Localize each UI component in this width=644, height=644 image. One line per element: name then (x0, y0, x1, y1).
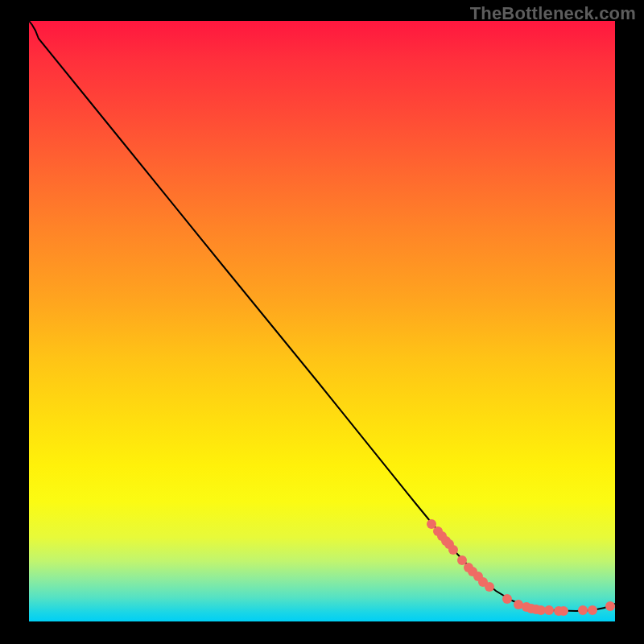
scatter-point (544, 605, 554, 615)
chart-frame: TheBottleneck.com (0, 0, 644, 644)
scatter-point (485, 582, 494, 592)
scatter-point (605, 601, 615, 611)
scatter-point (427, 519, 436, 529)
scatter-point (502, 594, 512, 604)
scatter-markers (427, 519, 615, 616)
scatter-point (588, 605, 597, 615)
curve-line (29, 21, 615, 611)
watermark-text: TheBottleneck.com (470, 3, 636, 24)
scatter-point (448, 545, 458, 555)
scatter-point (457, 555, 467, 565)
scatter-point (559, 606, 568, 616)
scatter-point (578, 605, 588, 615)
chart-svg (29, 21, 615, 621)
plot-area (29, 21, 615, 621)
